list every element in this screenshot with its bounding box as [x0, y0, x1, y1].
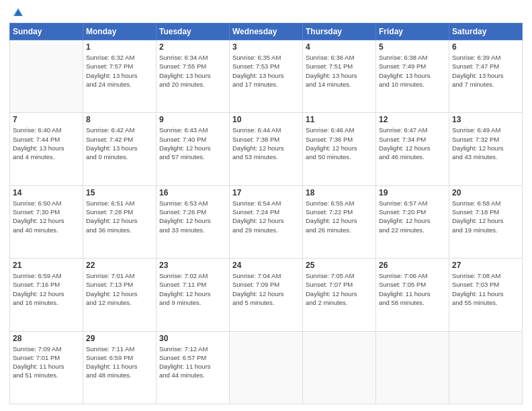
day-info: Sunrise: 6:39 AMSunset: 7:47 PMDaylight:…	[452, 53, 519, 89]
day-number: 3	[232, 42, 300, 52]
calendar-cell: 17Sunrise: 6:54 AMSunset: 7:24 PMDayligh…	[230, 185, 303, 258]
calendar-cell: 30Sunrise: 7:12 AMSunset: 6:57 PMDayligh…	[157, 331, 230, 404]
day-info: Sunrise: 7:12 AMSunset: 6:57 PMDaylight:…	[159, 345, 226, 380]
day-info: Sunrise: 6:53 AMSunset: 7:26 PMDaylight:…	[159, 199, 226, 234]
calendar-cell: 18Sunrise: 6:55 AMSunset: 7:22 PMDayligh…	[303, 185, 376, 258]
calendar-cell: 27Sunrise: 7:08 AMSunset: 7:03 PMDayligh…	[449, 259, 523, 331]
day-info: Sunrise: 6:49 AMSunset: 7:32 PMDaylight:…	[452, 126, 519, 161]
day-number: 1	[86, 42, 153, 52]
calendar-cell: 29Sunrise: 7:11 AMSunset: 6:59 PMDayligh…	[83, 331, 157, 404]
day-number: 17	[232, 188, 300, 197]
calendar-cell: 16Sunrise: 6:53 AMSunset: 7:26 PMDayligh…	[157, 185, 230, 258]
day-number: 14	[13, 188, 80, 197]
calendar-cell: 4Sunrise: 6:36 AMSunset: 7:51 PMDaylight…	[303, 40, 376, 113]
day-info: Sunrise: 6:51 AMSunset: 7:28 PMDaylight:…	[86, 199, 153, 234]
day-info: Sunrise: 7:02 AMSunset: 7:11 PMDaylight:…	[159, 271, 226, 307]
day-number: 9	[159, 115, 226, 124]
calendar-cell: 14Sunrise: 6:50 AMSunset: 7:30 PMDayligh…	[10, 185, 83, 258]
day-number: 7	[13, 115, 80, 124]
calendar-cell	[449, 331, 523, 404]
calendar-cell: 12Sunrise: 6:47 AMSunset: 7:34 PMDayligh…	[376, 113, 449, 185]
calendar-cell: 19Sunrise: 6:57 AMSunset: 7:20 PMDayligh…	[376, 185, 449, 258]
calendar-cell: 22Sunrise: 7:01 AMSunset: 7:13 PMDayligh…	[83, 259, 157, 331]
day-info: Sunrise: 6:34 AMSunset: 7:55 PMDaylight:…	[159, 53, 226, 89]
day-number: 11	[306, 115, 373, 124]
day-number: 6	[452, 42, 519, 52]
day-number: 29	[86, 334, 153, 343]
calendar-cell	[376, 331, 449, 404]
calendar-cell: 20Sunrise: 6:58 AMSunset: 7:18 PMDayligh…	[449, 185, 523, 258]
day-info: Sunrise: 6:57 AMSunset: 7:20 PMDaylight:…	[379, 199, 446, 234]
day-number: 28	[13, 334, 80, 343]
calendar-cell: 25Sunrise: 7:05 AMSunset: 7:07 PMDayligh…	[303, 259, 376, 331]
day-number: 19	[379, 188, 446, 197]
day-number: 21	[13, 261, 80, 270]
day-info: Sunrise: 6:44 AMSunset: 7:38 PMDaylight:…	[232, 126, 300, 161]
calendar-cell: 9Sunrise: 6:43 AMSunset: 7:40 PMDaylight…	[157, 113, 230, 185]
day-number: 24	[232, 261, 300, 270]
day-info: Sunrise: 6:35 AMSunset: 7:53 PMDaylight:…	[232, 53, 300, 89]
weekday-header: Thursday	[303, 24, 376, 40]
calendar-table: SundayMondayTuesdayWednesdayThursdayFrid…	[9, 23, 523, 404]
calendar-cell: 21Sunrise: 6:59 AMSunset: 7:16 PMDayligh…	[10, 259, 83, 331]
day-number: 5	[379, 42, 446, 52]
logo	[9, 7, 24, 19]
calendar-cell: 24Sunrise: 7:04 AMSunset: 7:09 PMDayligh…	[230, 259, 303, 331]
day-number: 25	[306, 261, 373, 270]
day-info: Sunrise: 7:04 AMSunset: 7:09 PMDaylight:…	[232, 271, 300, 307]
day-info: Sunrise: 6:46 AMSunset: 7:36 PMDaylight:…	[306, 126, 373, 161]
day-number: 13	[452, 115, 519, 124]
day-info: Sunrise: 6:38 AMSunset: 7:49 PMDaylight:…	[379, 53, 446, 89]
calendar-cell: 6Sunrise: 6:39 AMSunset: 7:47 PMDaylight…	[449, 40, 523, 113]
weekday-header: Monday	[83, 24, 157, 40]
day-number: 23	[159, 261, 226, 270]
day-info: Sunrise: 6:54 AMSunset: 7:24 PMDaylight:…	[232, 199, 300, 234]
day-info: Sunrise: 6:50 AMSunset: 7:30 PMDaylight:…	[13, 199, 80, 234]
calendar-cell: 15Sunrise: 6:51 AMSunset: 7:28 PMDayligh…	[83, 185, 157, 258]
day-info: Sunrise: 7:01 AMSunset: 7:13 PMDaylight:…	[86, 271, 153, 307]
day-info: Sunrise: 6:32 AMSunset: 7:57 PMDaylight:…	[86, 53, 153, 89]
day-info: Sunrise: 6:47 AMSunset: 7:34 PMDaylight:…	[379, 126, 446, 161]
calendar-cell: 3Sunrise: 6:35 AMSunset: 7:53 PMDaylight…	[230, 40, 303, 113]
calendar-week-row: 7Sunrise: 6:40 AMSunset: 7:44 PMDaylight…	[10, 113, 523, 185]
day-number: 18	[306, 188, 373, 197]
day-info: Sunrise: 6:43 AMSunset: 7:40 PMDaylight:…	[159, 126, 226, 161]
calendar-cell: 11Sunrise: 6:46 AMSunset: 7:36 PMDayligh…	[303, 113, 376, 185]
day-number: 27	[452, 261, 519, 270]
page: SundayMondayTuesdayWednesdayThursdayFrid…	[0, 0, 532, 411]
day-info: Sunrise: 7:05 AMSunset: 7:07 PMDaylight:…	[306, 271, 373, 307]
day-info: Sunrise: 6:58 AMSunset: 7:18 PMDaylight:…	[452, 199, 519, 234]
day-number: 15	[86, 188, 153, 197]
calendar-cell	[10, 40, 83, 113]
calendar-cell: 5Sunrise: 6:38 AMSunset: 7:49 PMDaylight…	[376, 40, 449, 113]
calendar-cell: 7Sunrise: 6:40 AMSunset: 7:44 PMDaylight…	[10, 113, 83, 185]
calendar-cell: 2Sunrise: 6:34 AMSunset: 7:55 PMDaylight…	[157, 40, 230, 113]
day-number: 10	[232, 115, 300, 124]
weekday-header: Wednesday	[230, 24, 303, 40]
calendar-cell	[230, 331, 303, 404]
day-number: 2	[159, 42, 226, 52]
day-number: 26	[379, 261, 446, 270]
day-number: 30	[159, 334, 226, 343]
weekday-header: Friday	[376, 24, 449, 40]
calendar-cell: 26Sunrise: 7:06 AMSunset: 7:05 PMDayligh…	[376, 259, 449, 331]
calendar-cell: 13Sunrise: 6:49 AMSunset: 7:32 PMDayligh…	[449, 113, 523, 185]
day-info: Sunrise: 7:11 AMSunset: 6:59 PMDaylight:…	[86, 345, 153, 380]
calendar-cell: 8Sunrise: 6:42 AMSunset: 7:42 PMDaylight…	[83, 113, 157, 185]
day-number: 22	[86, 261, 153, 270]
day-number: 4	[306, 42, 373, 52]
weekday-header: Sunday	[10, 24, 83, 40]
calendar-week-row: 21Sunrise: 6:59 AMSunset: 7:16 PMDayligh…	[10, 259, 523, 331]
day-info: Sunrise: 7:08 AMSunset: 7:03 PMDaylight:…	[452, 271, 519, 307]
weekday-header: Tuesday	[157, 24, 230, 40]
logo-icon	[12, 7, 24, 19]
weekday-header-row: SundayMondayTuesdayWednesdayThursdayFrid…	[10, 24, 523, 40]
calendar-cell: 23Sunrise: 7:02 AMSunset: 7:11 PMDayligh…	[157, 259, 230, 331]
header	[9, 7, 523, 19]
day-info: Sunrise: 6:55 AMSunset: 7:22 PMDaylight:…	[306, 199, 373, 234]
day-info: Sunrise: 6:36 AMSunset: 7:51 PMDaylight:…	[306, 53, 373, 89]
calendar-week-row: 14Sunrise: 6:50 AMSunset: 7:30 PMDayligh…	[10, 185, 523, 258]
day-info: Sunrise: 7:09 AMSunset: 7:01 PMDaylight:…	[13, 345, 80, 380]
day-info: Sunrise: 6:40 AMSunset: 7:44 PMDaylight:…	[13, 126, 80, 161]
day-info: Sunrise: 7:06 AMSunset: 7:05 PMDaylight:…	[379, 271, 446, 307]
